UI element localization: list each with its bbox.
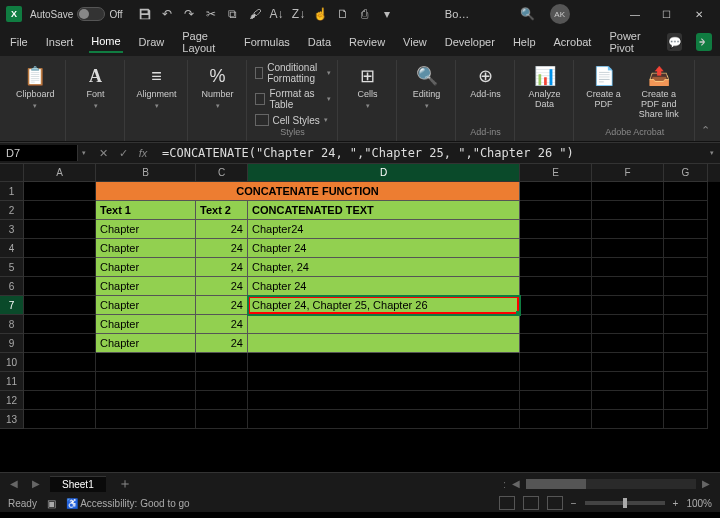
cell[interactable]: 24 xyxy=(196,277,248,296)
cell[interactable]: Chapter 24 xyxy=(248,239,520,258)
avatar[interactable]: AK xyxy=(550,4,570,24)
row-header-3[interactable]: 3 xyxy=(0,220,24,239)
zoom-slider[interactable] xyxy=(585,501,665,505)
cell[interactable] xyxy=(520,182,592,201)
close-button[interactable]: ✕ xyxy=(684,3,714,25)
col-header-c[interactable]: C xyxy=(196,164,248,182)
tab-help[interactable]: Help xyxy=(511,32,538,52)
create-pdf-button[interactable]: 📄 Create a PDF xyxy=(582,62,626,112)
cell[interactable] xyxy=(96,410,196,429)
cell[interactable] xyxy=(664,334,708,353)
cell[interactable] xyxy=(520,372,592,391)
cell[interactable] xyxy=(592,258,664,277)
cell[interactable] xyxy=(520,277,592,296)
zoom-out-button[interactable]: − xyxy=(571,498,577,509)
cell[interactable] xyxy=(24,353,96,372)
col-header-a[interactable]: A xyxy=(24,164,96,182)
cell[interactable] xyxy=(24,258,96,277)
number-button[interactable]: % Number ▾ xyxy=(196,62,240,112)
zoom-level[interactable]: 100% xyxy=(686,498,712,509)
cell[interactable] xyxy=(664,239,708,258)
cell[interactable]: 24 xyxy=(196,296,248,315)
cell[interactable] xyxy=(196,410,248,429)
cell[interactable] xyxy=(96,353,196,372)
header-cell[interactable]: Text 1 xyxy=(96,201,196,220)
enter-formula-button[interactable]: ✓ xyxy=(114,144,132,162)
select-all-corner[interactable] xyxy=(0,164,24,182)
cell[interactable]: Chapter xyxy=(96,296,196,315)
paste-button[interactable]: 📋 Clipboard ▾ xyxy=(12,62,59,112)
cells-button[interactable]: ⊞ Cells ▾ xyxy=(346,62,390,112)
tab-insert[interactable]: Insert xyxy=(44,32,76,52)
cell[interactable] xyxy=(520,220,592,239)
collapse-ribbon-button[interactable]: ⌃ xyxy=(697,120,714,141)
cell[interactable] xyxy=(664,353,708,372)
row-header-13[interactable]: 13 xyxy=(0,410,24,429)
cell[interactable] xyxy=(24,315,96,334)
sheet-nav-prev[interactable]: ◀ xyxy=(6,478,22,489)
share-button[interactable] xyxy=(696,33,712,51)
macro-recorder-icon[interactable]: ▣ xyxy=(47,498,56,509)
cell[interactable] xyxy=(520,334,592,353)
cell[interactable] xyxy=(520,315,592,334)
cell[interactable] xyxy=(24,410,96,429)
cell[interactable] xyxy=(664,315,708,334)
cell[interactable] xyxy=(248,372,520,391)
cell[interactable] xyxy=(520,258,592,277)
cell[interactable] xyxy=(520,239,592,258)
tab-developer[interactable]: Developer xyxy=(443,32,497,52)
cell[interactable] xyxy=(520,353,592,372)
cell[interactable] xyxy=(664,391,708,410)
cell[interactable] xyxy=(592,277,664,296)
cell[interactable] xyxy=(520,296,592,315)
format-as-table-button[interactable]: Format as Table ▾ xyxy=(255,88,331,110)
cell[interactable]: Chapter 24, Chapter 25, Chapter 26 xyxy=(248,296,520,315)
cell[interactable] xyxy=(196,372,248,391)
cell[interactable] xyxy=(24,296,96,315)
new-file-icon[interactable]: 🗋 xyxy=(335,6,351,22)
row-header-8[interactable]: 8 xyxy=(0,315,24,334)
cell-styles-button[interactable]: Cell Styles ▾ xyxy=(255,114,331,126)
addins-button[interactable]: ⊕ Add-ins xyxy=(464,62,508,102)
cell[interactable]: Chapter xyxy=(96,334,196,353)
name-box-dropdown[interactable]: ▾ xyxy=(78,149,90,157)
add-sheet-button[interactable]: ＋ xyxy=(112,475,138,493)
cell[interactable] xyxy=(592,391,664,410)
cell[interactable] xyxy=(592,201,664,220)
cell[interactable] xyxy=(24,391,96,410)
cell[interactable] xyxy=(520,410,592,429)
cell[interactable]: Chapter xyxy=(96,315,196,334)
cell[interactable] xyxy=(592,296,664,315)
cell[interactable]: Chapter xyxy=(96,239,196,258)
accessibility-status[interactable]: ♿ Accessibility: Good to go xyxy=(66,498,190,509)
cell[interactable] xyxy=(592,239,664,258)
more-icon[interactable]: ▾ xyxy=(379,6,395,22)
cut-icon[interactable]: ✂ xyxy=(203,6,219,22)
cell[interactable] xyxy=(592,220,664,239)
print-icon[interactable]: ⎙ xyxy=(357,6,373,22)
cell[interactable] xyxy=(664,410,708,429)
cell[interactable] xyxy=(664,220,708,239)
cell[interactable] xyxy=(248,353,520,372)
header-cell[interactable]: CONCATENATED TEXT xyxy=(248,201,520,220)
cell[interactable] xyxy=(196,391,248,410)
row-header-9[interactable]: 9 xyxy=(0,334,24,353)
col-header-b[interactable]: B xyxy=(96,164,196,182)
row-header-4[interactable]: 4 xyxy=(0,239,24,258)
col-header-g[interactable]: G xyxy=(664,164,708,182)
cell[interactable] xyxy=(24,277,96,296)
cell[interactable] xyxy=(664,372,708,391)
tab-page-layout[interactable]: Page Layout xyxy=(180,26,228,58)
minimize-button[interactable]: — xyxy=(620,3,650,25)
format-painter-icon[interactable]: 🖌 xyxy=(247,6,263,22)
cell[interactable] xyxy=(24,239,96,258)
cell[interactable] xyxy=(96,391,196,410)
row-header-7[interactable]: 7 xyxy=(0,296,24,315)
name-box[interactable]: D7 xyxy=(0,145,78,161)
cell[interactable] xyxy=(248,334,520,353)
redo-icon[interactable]: ↷ xyxy=(181,6,197,22)
tab-power-pivot[interactable]: Power Pivot xyxy=(607,26,652,58)
comments-button[interactable]: 💬 xyxy=(667,33,683,51)
touch-mode-icon[interactable]: ☝ xyxy=(313,6,329,22)
tab-view[interactable]: View xyxy=(401,32,429,52)
